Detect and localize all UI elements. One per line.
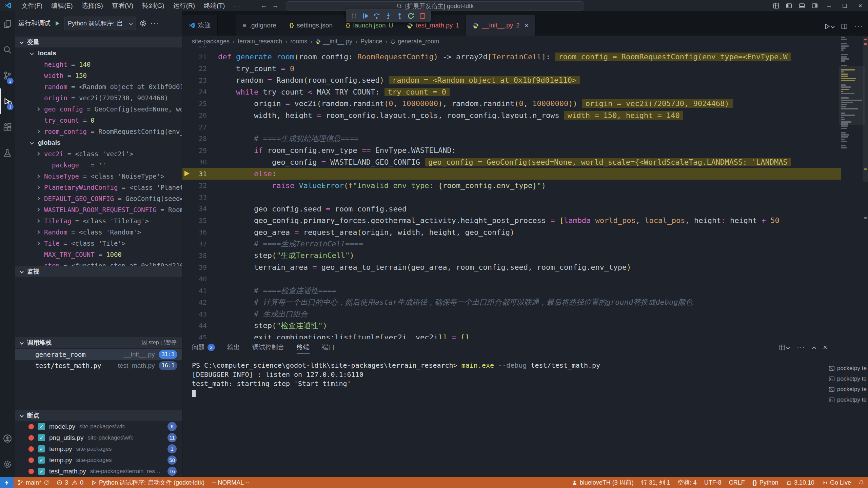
variable-width[interactable]: width = 150	[15, 70, 182, 81]
line-number[interactable]: 24	[182, 88, 207, 96]
minimap[interactable]	[840, 37, 863, 213]
stop-icon[interactable]	[418, 11, 427, 21]
tab-settings.json[interactable]: {}settings.json	[283, 15, 339, 36]
breadcrumb-item-site-packages[interactable]: site-packages	[192, 38, 230, 45]
run-python-file-button[interactable]	[824, 23, 834, 30]
variable-MAX_TRY_COUNT[interactable]: MAX_TRY_COUNT = 1000	[15, 249, 182, 260]
maximize-panel-icon[interactable]	[812, 346, 816, 350]
command-center-search[interactable]: [扩展开发宿主] godot-ldtk	[286, 1, 584, 11]
step-over-icon[interactable]	[372, 11, 381, 21]
variable-geo_config[interactable]: geo_config = GeoConfig(seed=None, wor…	[15, 103, 182, 115]
line-number[interactable]: 26	[182, 111, 207, 119]
activity-item-files[interactable]	[0, 11, 15, 37]
variable-height[interactable]: height = 140	[15, 59, 182, 70]
status-cursor-position[interactable]: 行 31, 列 1	[637, 477, 674, 488]
line-number[interactable]: 40	[182, 275, 207, 283]
activity-item-search[interactable]	[0, 37, 15, 63]
variable-TileTag[interactable]: TileTag = <class 'TileTag'>	[15, 215, 182, 226]
line-number[interactable]: 45	[182, 333, 207, 339]
scope-globals[interactable]: globals	[15, 137, 182, 148]
menu-item-2[interactable]: 选择(S)	[77, 0, 107, 11]
start-debug-button[interactable]	[54, 20, 61, 27]
more-actions-icon[interactable]: ···	[150, 19, 160, 28]
arrow-left-icon[interactable]: ←	[260, 2, 267, 9]
breadcrumb-item-rooms[interactable]: rooms	[290, 38, 307, 45]
toggle-panel-icon[interactable]	[795, 0, 808, 11]
breakpoint-0[interactable]: ✓model.pysite-packages\wfc6	[15, 421, 182, 432]
menu-item-4[interactable]: 转到(G)	[138, 0, 169, 11]
editor-scrollbar[interactable]	[863, 37, 868, 182]
variable-random[interactable]: random = <Random object at 0x1bf9d01e…	[15, 81, 182, 92]
status-problems[interactable]: 30	[53, 477, 87, 488]
scope-locals[interactable]: locals	[15, 47, 182, 59]
breakpoint-checkbox[interactable]: ✓	[38, 434, 45, 441]
minimize-button[interactable]: –	[821, 0, 837, 11]
line-number[interactable]: 43	[182, 310, 207, 318]
menu-item-3[interactable]: 查看(V)	[107, 0, 138, 11]
menu-item-0[interactable]: 文件(F)	[17, 0, 47, 11]
close-panel-icon[interactable]: ×	[823, 343, 827, 352]
breakpoint-checkbox[interactable]: ✓	[38, 423, 45, 430]
menu-item-5[interactable]: 运行(R)	[169, 0, 199, 11]
status-language[interactable]: {}Python	[749, 477, 782, 488]
variable-WASTELAND_ROOM_REQUEST_CONFIG[interactable]: WASTELAND_ROOM_REQUEST_CONFIG = RoomR…	[15, 204, 182, 215]
panel-tab-终端[interactable]: 终端	[297, 339, 310, 355]
line-number[interactable]: 38	[182, 251, 207, 260]
step-into-icon[interactable]	[383, 11, 393, 21]
variable-origin[interactable]: origin = vec2i(7205730, 9024468)	[15, 92, 182, 103]
variable-Random[interactable]: Random = <class 'Random'>	[15, 226, 182, 238]
variable-PlanetaryWindConfig[interactable]: PlanetaryWindConfig = <class 'Planeta…	[15, 182, 182, 193]
stack-frame-1[interactable]: test/test_math.pytest_math.py16:1	[15, 360, 182, 371]
line-number[interactable]: 33	[182, 193, 207, 201]
more-actions-icon[interactable]: ···	[797, 344, 805, 351]
menu-item-1[interactable]: 编辑(E)	[47, 0, 77, 11]
breadcrumb-item-Pylance[interactable]: Pylance	[360, 38, 382, 45]
split-editor-icon[interactable]	[841, 23, 848, 30]
variable-NoiseType[interactable]: NoiseType = <class 'NoiseType'>	[15, 170, 182, 182]
line-number[interactable]: 32	[182, 181, 207, 189]
status-debug-config[interactable]: Python 调试程序: 启动文件 (godot-ldtk)	[87, 477, 208, 488]
status-encoding[interactable]: UTF-8	[701, 477, 725, 488]
status-indentation[interactable]: 空格: 4	[674, 477, 701, 488]
customize-layout-icon[interactable]	[770, 0, 783, 11]
panel-tab-输出[interactable]: 输出	[227, 339, 240, 355]
line-number[interactable]: 37	[182, 240, 207, 248]
terminal-instance-1[interactable]: pocketpy te…	[829, 373, 867, 384]
line-number[interactable]: 39	[182, 263, 207, 271]
line-number[interactable]: 30	[182, 158, 207, 166]
gear-icon[interactable]	[139, 20, 147, 27]
toggle-sidebar-icon[interactable]	[783, 0, 795, 11]
terminal-instance-2[interactable]: pocketpy te…	[829, 384, 867, 394]
terminal-instance-3[interactable]: pocketpy te…	[829, 394, 867, 405]
status-go-live[interactable]: Go Live	[818, 477, 855, 488]
status-python-version[interactable]: 3.10.10	[782, 477, 818, 488]
close-button[interactable]: ×	[852, 0, 868, 11]
tab-欢迎[interactable]: 欢迎	[182, 15, 218, 36]
breakpoint-2[interactable]: ✓temp.pysite-packages1	[15, 443, 182, 454]
status-eol[interactable]: CRLF	[725, 477, 749, 488]
activity-item-beaker[interactable]	[0, 140, 15, 166]
variable-DEFAULT_GEO_CONFIG[interactable]: DEFAULT_GEO_CONFIG = GeoConfig(seed=1…	[15, 193, 182, 204]
launch-config-dropdown[interactable]: Python 调试程序: 启	[64, 17, 136, 30]
breadcrumb-item-terrain_research[interactable]: terrain_research	[238, 38, 282, 45]
line-number[interactable]: 34	[182, 205, 207, 213]
callstack-section-header[interactable]: 调用堆栈 因 step 已暂停	[15, 337, 182, 348]
status-blame[interactable]: blueloveTH (3 周前)	[568, 477, 637, 488]
line-number[interactable]: 20	[182, 46, 207, 49]
variable-__package__[interactable]: __package__ = ''	[15, 159, 182, 170]
status-remote-indicator[interactable]	[0, 477, 14, 488]
variable-Tile[interactable]: Tile = <class 'Tile'>	[15, 238, 182, 249]
continue-icon[interactable]	[361, 11, 370, 21]
status-vim-mode[interactable]: -- NORMAL --	[208, 477, 253, 488]
tab-__init__.py[interactable]: __init__.py2×	[466, 15, 535, 36]
menu-item-7[interactable]: ···	[229, 0, 244, 11]
status-notifications[interactable]	[855, 477, 868, 488]
code-editor[interactable]: 2021def generate_room(room_config: RoomR…	[182, 46, 841, 339]
arrow-right-icon[interactable]: →	[272, 2, 279, 9]
step-out-icon[interactable]	[395, 11, 405, 21]
activity-item-debug[interactable]: 1	[0, 88, 15, 114]
breakpoint-1[interactable]: ✓png_utils.pysite-packages\wfc11	[15, 432, 182, 443]
more-actions-icon[interactable]: ···	[854, 22, 863, 30]
line-number[interactable]: 27	[182, 123, 207, 131]
line-number[interactable]: 22	[182, 64, 207, 73]
